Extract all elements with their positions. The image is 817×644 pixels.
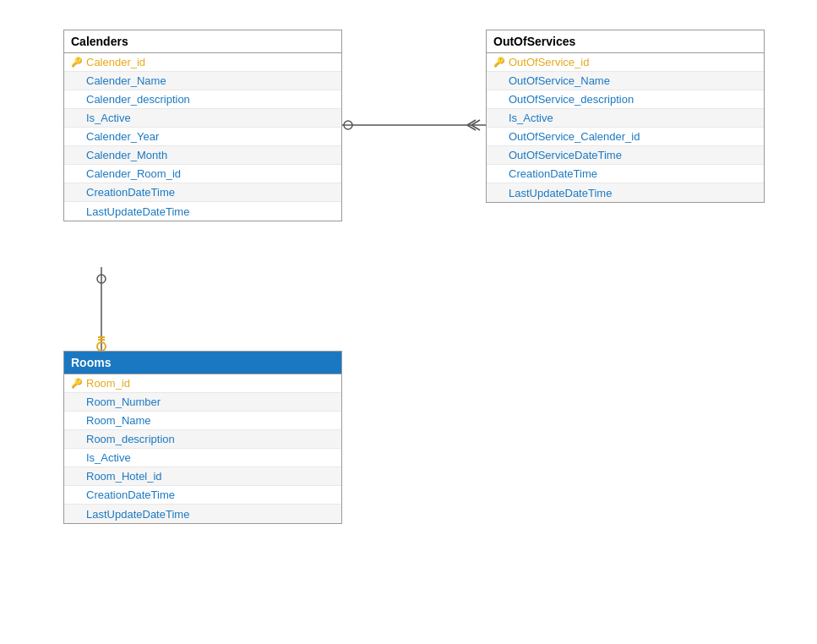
calenders-row-7: CreationDateTime bbox=[64, 183, 341, 202]
calenders-row-0: 🔑 Calender_id bbox=[64, 53, 341, 72]
calenders-row-6: Calender_Room_id bbox=[64, 165, 341, 183]
rooms-row-7: LastUpdateDateTime bbox=[64, 505, 341, 523]
svg-line-3 bbox=[471, 125, 480, 130]
rooms-field-6: CreationDateTime bbox=[86, 488, 175, 501]
outofservices-table: OutOfServices 🔑 OutOfService_id OutOfSer… bbox=[486, 30, 765, 203]
rooms-row-2: Room_Name bbox=[64, 412, 341, 430]
calenders-table: Calenders 🔑 Calender_id Calender_Name Ca… bbox=[63, 30, 342, 221]
oos-field-2: OutOfService_description bbox=[509, 93, 634, 106]
rooms-field-1: Room_Number bbox=[86, 396, 161, 408]
calenders-field-8: LastUpdateDateTime bbox=[86, 205, 189, 218]
oos-field-3: Is_Active bbox=[509, 112, 553, 124]
pk-icon-0: 🔑 bbox=[71, 57, 83, 68]
oos-pk-icon: 🔑 bbox=[493, 57, 505, 68]
svg-line-2 bbox=[471, 120, 480, 125]
calenders-field-4: Calender_Year bbox=[86, 130, 159, 143]
svg-line-4 bbox=[467, 120, 476, 125]
oos-row-4: OutOfService_Calender_id bbox=[487, 128, 764, 146]
oos-field-7: LastUpdateDateTime bbox=[509, 187, 612, 199]
oos-row-1: OutOfService_Name bbox=[487, 72, 764, 90]
rooms-field-5: Room_Hotel_id bbox=[86, 470, 162, 483]
calenders-field-5: Calender_Month bbox=[86, 149, 167, 161]
calenders-field-0: Calender_id bbox=[86, 56, 145, 68]
oos-field-4: OutOfService_Calender_id bbox=[509, 130, 640, 143]
calenders-title: Calenders bbox=[71, 35, 128, 48]
rooms-table: Rooms 🔑 Room_id Room_Number Room_Name Ro… bbox=[63, 351, 342, 524]
rooms-row-6: CreationDateTime bbox=[64, 486, 341, 505]
rooms-row-1: Room_Number bbox=[64, 393, 341, 412]
calenders-row-1: Calender_Name bbox=[64, 72, 341, 90]
rooms-title: Rooms bbox=[71, 356, 111, 369]
oos-field-6: CreationDateTime bbox=[509, 167, 597, 180]
rooms-field-4: Is_Active bbox=[86, 451, 131, 464]
canvas: Calenders 🔑 Calender_id Calender_Name Ca… bbox=[0, 0, 817, 644]
calenders-field-7: CreationDateTime bbox=[86, 186, 175, 199]
calenders-row-4: Calender_Year bbox=[64, 128, 341, 146]
rooms-row-5: Room_Hotel_id bbox=[64, 467, 341, 486]
oos-row-0: 🔑 OutOfService_id bbox=[487, 53, 764, 72]
rooms-row-4: Is_Active bbox=[64, 449, 341, 467]
outofservices-title: OutOfServices bbox=[493, 35, 575, 48]
calenders-row-2: Calender_description bbox=[64, 90, 341, 109]
outofservices-header: OutOfServices bbox=[487, 30, 764, 53]
svg-point-7 bbox=[97, 275, 106, 283]
rooms-row-0: 🔑 Room_id bbox=[64, 374, 341, 393]
rooms-header: Rooms bbox=[64, 352, 341, 374]
svg-point-9 bbox=[97, 342, 106, 351]
rooms-field-3: Room_description bbox=[86, 433, 175, 445]
oos-row-7: LastUpdateDateTime bbox=[487, 183, 764, 202]
calenders-field-6: Calender_Room_id bbox=[86, 167, 181, 180]
rooms-field-2: Room_Name bbox=[86, 414, 151, 427]
rooms-pk-icon: 🔑 bbox=[71, 378, 83, 389]
oos-field-5: OutOfServiceDateTime bbox=[509, 149, 622, 161]
oos-row-6: CreationDateTime bbox=[487, 165, 764, 183]
oos-row-5: OutOfServiceDateTime bbox=[487, 146, 764, 165]
calenders-row-8: LastUpdateDateTime bbox=[64, 202, 341, 221]
svg-point-1 bbox=[344, 121, 352, 129]
calenders-row-5: Calender_Month bbox=[64, 146, 341, 165]
oos-row-2: OutOfService_description bbox=[487, 90, 764, 109]
oos-field-0: OutOfService_id bbox=[509, 56, 589, 68]
rooms-field-0: Room_id bbox=[86, 377, 130, 390]
calenders-row-3: Is_Active bbox=[64, 109, 341, 128]
calenders-field-3: Is_Active bbox=[86, 112, 131, 124]
calenders-header: Calenders bbox=[64, 30, 341, 53]
rooms-field-7: LastUpdateDateTime bbox=[86, 508, 189, 521]
svg-line-5 bbox=[467, 125, 476, 130]
calenders-field-2: Calender_description bbox=[86, 93, 190, 106]
calenders-field-1: Calender_Name bbox=[86, 74, 166, 87]
oos-field-1: OutOfService_Name bbox=[509, 74, 610, 87]
rooms-row-3: Room_description bbox=[64, 430, 341, 449]
oos-row-3: Is_Active bbox=[487, 109, 764, 128]
